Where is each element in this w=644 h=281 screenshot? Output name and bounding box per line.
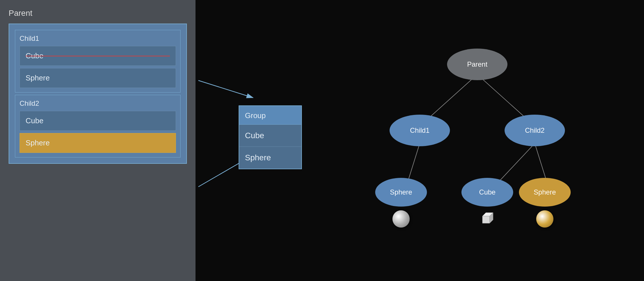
child2-sphere-row: Sphere xyxy=(20,133,176,153)
right-section: Parent Child1 Child2 Sphere Cube xyxy=(310,0,644,281)
group-cube-item: Cube xyxy=(239,125,301,147)
tree-child2-node: Child2 xyxy=(505,115,565,146)
child1-sphere-text: Sphere xyxy=(26,74,50,82)
tree-child1-node: Child1 xyxy=(390,115,450,146)
child2-cube-text: Cube xyxy=(26,116,43,125)
cube-node-label: Cube xyxy=(479,188,495,196)
tree-cube-node: Cube xyxy=(461,178,513,226)
sphere2-3d xyxy=(536,210,553,228)
child1-block: Child1 Cube Sphere xyxy=(15,30,181,93)
child1-sphere-row: Sphere xyxy=(20,68,176,88)
child2-node-label: Child2 xyxy=(525,126,545,134)
child2-block: Child2 Cube Sphere xyxy=(15,95,181,157)
child2-sphere-text: Sphere xyxy=(26,138,50,147)
group-sphere-item: Sphere xyxy=(239,147,301,169)
parent-ellipse: Parent xyxy=(447,49,507,80)
sphere1-ellipse: Sphere xyxy=(375,178,427,207)
group-label: Group xyxy=(239,106,301,125)
parent-title: Parent xyxy=(9,9,187,18)
sphere1-3d xyxy=(392,210,410,228)
sphere2-ellipse: Sphere xyxy=(519,178,571,207)
sphere1-node-label: Sphere xyxy=(390,188,412,196)
child1-label: Child1 xyxy=(20,34,176,43)
parent-container: Child1 Cube Sphere Child2 Cube Sphere xyxy=(9,24,187,164)
child2-label: Child2 xyxy=(20,99,176,107)
group-box: Group Cube Sphere xyxy=(239,105,302,169)
svg-marker-8 xyxy=(482,216,490,223)
parent-node-label: Parent xyxy=(467,60,488,68)
cube-3d xyxy=(480,210,495,226)
svg-line-1 xyxy=(198,80,253,98)
child1-node-label: Child1 xyxy=(410,126,430,134)
tree-sphere2-node: Sphere xyxy=(519,178,571,228)
tree-sphere1-node: Sphere xyxy=(375,178,427,228)
sphere2-node-label: Sphere xyxy=(534,188,556,196)
cube-ellipse: Cube xyxy=(461,178,513,207)
child1-cube-text: Cube xyxy=(26,51,43,60)
tree-parent-node: Parent xyxy=(447,49,507,80)
child1-ellipse: Child1 xyxy=(390,115,450,146)
tree-container: Parent Child1 Child2 Sphere Cube xyxy=(359,43,595,238)
middle-section: Group Cube Sphere xyxy=(195,0,310,281)
child1-cube-row: Cube xyxy=(20,46,176,66)
left-panel: Parent Child1 Cube Sphere Child2 Cube Sp… xyxy=(0,0,195,281)
child2-cube-row: Cube xyxy=(20,111,176,131)
child2-ellipse: Child2 xyxy=(505,115,565,146)
